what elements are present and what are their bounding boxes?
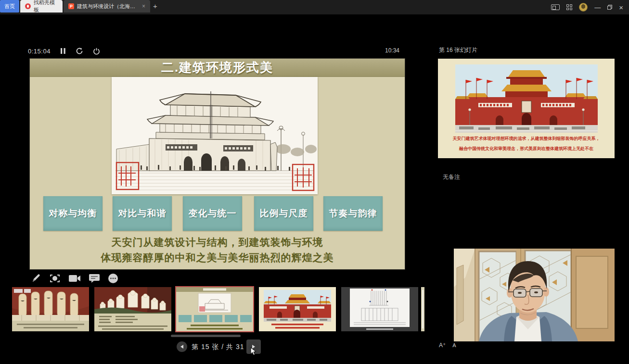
comment-icon[interactable]	[89, 274, 100, 283]
current-slide: 二.建筑环境形式美	[30, 59, 405, 269]
reset-timer-icon[interactable]	[76, 47, 83, 55]
concept-box-symmetry: 对称与均衡	[43, 196, 103, 231]
home-button-label: 首页	[4, 3, 15, 10]
slide-caption-line1: 天安门从建筑设计与结构，到建筑装饰与环境	[30, 236, 405, 249]
pen-icon[interactable]	[31, 273, 41, 284]
concept-box-contrast: 对比与和谐	[113, 196, 172, 231]
presenter-webcam-video	[454, 249, 615, 341]
thumbnail-slide-16-tiananmen-photo[interactable]	[259, 287, 336, 331]
tab-document[interactable]: P 建筑与环境设计（北海）(2).pptx ×	[64, 0, 150, 13]
new-tab-button[interactable]: +	[153, 2, 157, 10]
thumbnail-slide-15-current[interactable]	[176, 287, 253, 331]
laser-pointer-icon[interactable]	[49, 273, 61, 284]
font-normal-button[interactable]: A	[452, 342, 456, 348]
power-exit-icon[interactable]	[93, 48, 100, 55]
wall-clock: 10:34	[385, 47, 399, 54]
thumbnail-slide-14-white-model[interactable]	[94, 287, 171, 331]
speaker-notes-placeholder: 无备注	[443, 173, 460, 181]
minimize-icon[interactable]: —	[594, 4, 601, 11]
presentation-timer: 0:15:04	[28, 48, 51, 55]
previous-slide-button[interactable]	[177, 341, 187, 352]
slide-position-label: 第 15 张 / 共 31 张	[192, 343, 254, 351]
wps-presentation-icon: P	[68, 3, 74, 9]
pause-icon[interactable]	[60, 48, 66, 54]
tiananmen-engraving-image	[112, 77, 318, 194]
thumbnail-slide-17-elevation-drawing[interactable]	[341, 287, 418, 331]
tab-bar: 首页 找稻壳模板 P 建筑与环境设计（北海）(2).pptx × + — ×	[0, 0, 629, 14]
tab-close-icon[interactable]: ×	[142, 3, 145, 10]
next-slide-panel-header: 第 16 张幻灯片	[439, 46, 477, 54]
docer-icon	[25, 3, 31, 9]
window-controls: — ×	[551, 0, 629, 14]
layout-view-icon[interactable]	[551, 4, 560, 10]
notes-font-controls: A⁺ A	[439, 342, 456, 349]
concept-box-rhythm: 节奏与韵律	[323, 196, 383, 231]
presenter-controls: 0:15:04	[28, 46, 100, 56]
user-avatar[interactable]	[579, 3, 588, 12]
preview-caption-line2: 融合中国传统文化和审美理念，形式美原则在整体建筑环境上无处不在	[438, 146, 615, 152]
tab-docer-label: 找稻壳模板	[34, 0, 58, 13]
application-window: 首页 找稻壳模板 P 建筑与环境设计（北海）(2).pptx × + — × 0…	[0, 0, 629, 364]
thumbnail-scrollbar[interactable]	[171, 335, 241, 337]
mouse-cursor	[250, 347, 257, 356]
slide-title: 二.建筑环境形式美	[161, 59, 273, 76]
annotation-toolbar	[31, 272, 118, 285]
concept-box-variation: 变化与统一	[183, 196, 242, 231]
more-options-icon[interactable]	[108, 273, 118, 284]
preview-caption-line1: 天安门建筑艺术体现对理想环境的追求，从建筑整体到细部装饰的呼应关系，	[438, 136, 615, 142]
restore-icon[interactable]	[607, 5, 612, 10]
tab-document-label: 建筑与环境设计（北海）(2).pptx	[77, 3, 139, 10]
thumbnail-slide-13-stone-pillars[interactable]	[12, 287, 89, 331]
next-slide-preview: 天安门建筑艺术体现对理想环境的追求，从建筑整体到细部装饰的呼应关系， 融合中国传…	[438, 59, 615, 158]
tab-docer-templates[interactable]: 找稻壳模板	[20, 0, 63, 13]
slide-caption-line2: 体现雍容醇厚的中和之美与美华丽热烈的辉煌之美	[30, 251, 405, 264]
home-button[interactable]: 首页	[0, 0, 19, 13]
camera-icon[interactable]	[68, 274, 81, 283]
thumbnail-slide-18-partial[interactable]	[421, 287, 424, 331]
font-increase-button[interactable]: A⁺	[439, 342, 446, 349]
close-window-icon[interactable]: ×	[619, 4, 623, 11]
previous-arrow-icon	[180, 344, 184, 349]
concept-box-proportion: 比例与尺度	[254, 196, 313, 231]
grid-view-icon[interactable]	[566, 4, 572, 10]
slide-title-band: 二.建筑环境形式美	[30, 59, 405, 77]
